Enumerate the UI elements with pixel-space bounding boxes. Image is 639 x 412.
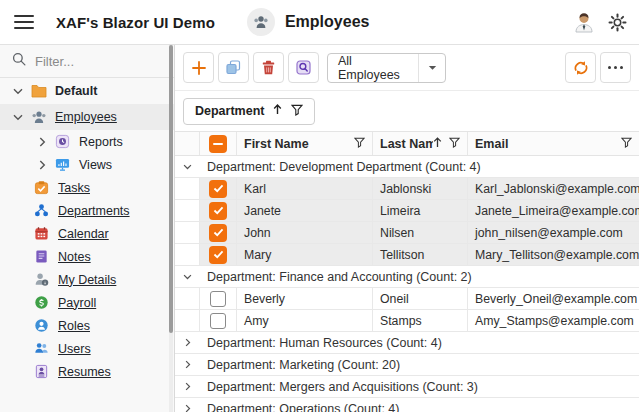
table-row[interactable]: Karl Jablonski Karl_Jablonski@example.co… [175,178,639,200]
sidebar-item-label: Roles [58,319,90,333]
funnel-icon[interactable] [621,137,632,151]
sidebar-item-roles[interactable]: Roles [0,314,174,337]
grid-rows: Department: Development Department (Coun… [175,156,639,412]
indeterminate-checkbox[interactable] [209,135,227,153]
chevron-down-icon[interactable] [418,54,445,82]
row-checkbox[interactable] [209,246,227,264]
sidebar-item-label: Resumes [58,365,111,379]
sidebar-item-users[interactable]: Users [0,337,174,360]
table-row[interactable]: Janete Limeira Janete_Limeira@example.co… [175,200,639,222]
chevron-right-icon[interactable] [175,338,200,347]
more-options-button[interactable] [600,52,631,83]
sidebar-item-label: Employees [55,110,117,124]
sidebar-item-my-details[interactable]: My Details [0,268,174,291]
sidebar-item-label: My Details [58,273,116,287]
sidebar-item-notes[interactable]: Notes [0,245,174,268]
select-all-checkbox[interactable] [200,132,237,155]
column-header-email[interactable]: Email [468,132,639,155]
new-button[interactable] [183,52,214,83]
table-row[interactable]: Amy Stamps Amy_Stamps@example.com [175,310,639,332]
sidebar-item-label: Users [58,342,91,356]
my-details-icon [33,271,50,288]
notes-icon [33,248,50,265]
group-row[interactable]: Department: Marketing (Count: 20) [175,354,639,376]
group-chip-label: Department [195,104,264,118]
table-row[interactable]: Beverly Oneil Beverly_Oneil@example.com [175,288,639,310]
app-title: XAF's Blazor UI Demo [56,14,215,31]
sidebar-item-tasks[interactable]: Tasks [0,176,174,199]
group-row[interactable]: Department: Human Resources (Count: 4) [175,332,639,354]
sidebar-item-calendar[interactable]: Calendar [0,222,174,245]
filter-input[interactable] [35,54,145,69]
sidebar-item-label: Reports [79,135,123,149]
tasks-icon [33,179,50,196]
chevron-right-icon[interactable] [175,382,200,391]
employees-grid: Department First Name Last N [175,90,639,412]
group-chip-department[interactable]: Department [183,98,315,125]
row-checkbox[interactable] [209,202,227,220]
sidebar-item-reports[interactable]: Reports [0,130,174,153]
sidebar-item-departments[interactable]: Departments [0,199,174,222]
row-checkbox[interactable] [210,291,226,307]
sidebar-filter [0,45,174,78]
group-row[interactable]: Department: Development Department (Coun… [175,156,639,178]
top-bar: XAF's Blazor UI Demo Employees [0,0,639,45]
column-header-last-name[interactable]: Last Name [373,132,468,155]
people-circle-icon [247,8,275,36]
sidebar-item-resumes[interactable]: Resumes [0,360,174,383]
group-row[interactable]: Department: Finance and Accounting (Coun… [175,266,639,288]
grid-header-row: First Name Last Name Email [175,131,639,156]
sidebar-item-views[interactable]: Views [0,153,174,176]
chevron-right-icon[interactable] [30,137,54,147]
funnel-icon[interactable] [449,137,460,151]
sidebar-item-label: Views [79,158,112,172]
group-row[interactable]: Department: Mergers and Acquisitions (Co… [175,376,639,398]
chevron-right-icon[interactable] [175,404,200,412]
sidebar-item-label: Tasks [58,181,90,195]
view-variant-selector[interactable]: All Employees [327,53,446,83]
column-header-first-name[interactable]: First Name [237,132,373,155]
main-content: All Employees Department [175,45,639,412]
employees-icon [30,109,47,126]
departments-icon [33,202,50,219]
row-checkbox[interactable] [209,180,227,198]
resumes-icon [33,363,50,380]
funnel-icon[interactable] [354,137,365,151]
sidebar-item-payroll[interactable]: Payroll [0,291,174,314]
payroll-icon [33,294,50,311]
page-title: Employees [285,13,369,31]
group-panel: Department [175,91,639,131]
chevron-down-icon[interactable] [6,114,30,121]
chevron-right-icon[interactable] [30,160,54,170]
chevron-down-icon[interactable] [6,88,30,95]
chevron-down-icon[interactable] [175,274,200,280]
avatar-icon[interactable] [574,11,594,33]
row-checkbox[interactable] [209,224,227,242]
sort-arrow-up-icon [273,104,282,118]
copy-button[interactable] [218,52,249,83]
navigation-sidebar: Default Employees Reports Views [0,45,175,412]
sidebar-item-label: Departments [58,204,130,218]
chevron-right-icon[interactable] [175,360,200,369]
sidebar-item-employees[interactable]: Employees [0,104,174,130]
sidebar-item-default[interactable]: Default [0,78,174,104]
delete-button[interactable] [253,52,284,83]
validate-button[interactable] [288,52,319,83]
row-checkbox[interactable] [210,313,226,329]
table-row[interactable]: Mary Tellitson Mary_Tellitson@example.co… [175,244,639,266]
users-icon [33,340,50,357]
gear-icon[interactable] [608,13,627,32]
folder-icon [30,83,47,100]
sidebar-item-label: Notes [58,250,91,264]
group-row[interactable]: Department: Operations (Count: 4) [175,398,639,412]
table-row[interactable]: John Nilsen john_nilsen@example.com [175,222,639,244]
top-bar-actions [574,11,639,33]
hamburger-menu-icon[interactable] [14,15,34,29]
roles-icon [33,317,50,334]
refresh-button[interactable] [565,52,596,83]
sidebar-scrollbar-thumb[interactable] [169,45,173,333]
views-icon [54,156,71,173]
chevron-down-icon[interactable] [175,164,200,170]
sidebar-item-label: Default [55,84,97,98]
funnel-icon[interactable] [291,104,303,119]
